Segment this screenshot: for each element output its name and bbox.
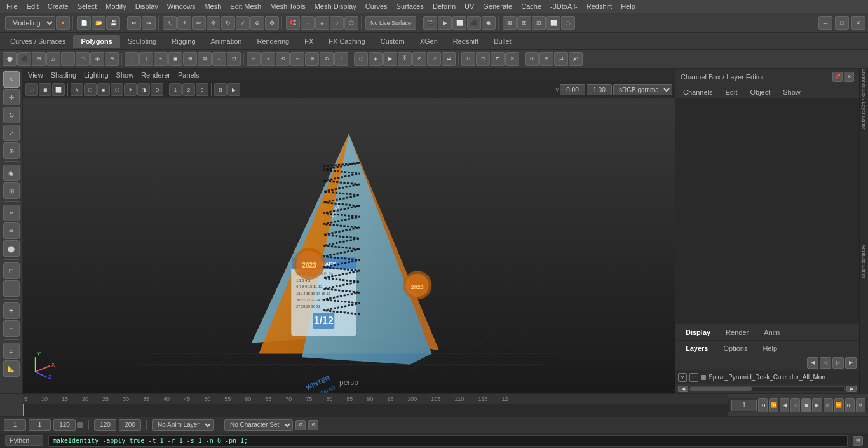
- maximize-btn[interactable]: □: [835, 16, 849, 30]
- undo-btn[interactable]: ↩: [127, 16, 141, 30]
- universal-tool-btn[interactable]: ⊕: [3, 142, 20, 159]
- menu-modify[interactable]: Modify: [102, 1, 130, 11]
- vt-film[interactable]: ◼: [39, 83, 51, 96]
- mode-dropdown[interactable]: Modeling: [5, 16, 55, 30]
- tab-custom[interactable]: Custom: [373, 35, 412, 48]
- scale-tool-btn[interactable]: ⤢: [3, 125, 20, 141]
- scrollbar-left-btn[interactable]: ◀: [678, 386, 688, 392]
- cur-frame-input2[interactable]: [29, 419, 51, 431]
- menu-redshift[interactable]: Redshift: [583, 1, 616, 11]
- pt-proxy[interactable]: ⊡: [227, 52, 241, 66]
- menu-cache[interactable]: Cache: [517, 1, 545, 11]
- tab-xgen[interactable]: XGen: [412, 35, 445, 48]
- pt-cone[interactable]: △: [46, 52, 60, 66]
- tab-bullet[interactable]: Bullet: [486, 35, 519, 48]
- rotate-btn[interactable]: ↻: [221, 16, 235, 30]
- move-btn[interactable]: ✛: [207, 16, 220, 30]
- go-start-btn[interactable]: ⏮: [758, 398, 768, 412]
- python-mode-label[interactable]: Python: [5, 435, 43, 446]
- lasso-btn[interactable]: ⌖: [177, 16, 191, 30]
- pt-poke[interactable]: ⁑: [398, 52, 412, 66]
- pt-cut[interactable]: ✂: [247, 52, 261, 66]
- tab-rendering[interactable]: Rendering: [249, 35, 297, 48]
- vt-1[interactable]: 1: [169, 83, 182, 96]
- next-key-btn[interactable]: ⏩: [834, 398, 844, 412]
- pt-fill[interactable]: ◼: [168, 52, 182, 66]
- snap-cv-btn[interactable]: ○: [330, 16, 344, 30]
- vt-shadow[interactable]: ◑: [137, 83, 150, 96]
- menu-surfaces[interactable]: Surfaces: [393, 1, 428, 11]
- menu-mesh-tools[interactable]: Mesh Tools: [266, 1, 309, 11]
- tab-animation[interactable]: Animation: [203, 35, 250, 48]
- pt-slide[interactable]: ↔: [290, 52, 304, 66]
- pt-merge[interactable]: ⊔: [461, 52, 475, 66]
- pt-disk[interactable]: ◉: [90, 52, 104, 66]
- play-fwd-btn[interactable]: ▶: [812, 398, 822, 412]
- layer-v-toggle[interactable]: V: [678, 373, 687, 382]
- snap-pt-lt-btn[interactable]: ·: [3, 280, 20, 297]
- pt-crease[interactable]: ⌇: [334, 52, 348, 66]
- start-frame-input[interactable]: [4, 419, 26, 431]
- anim-end-input[interactable]: [53, 419, 76, 431]
- ch-tab-channels[interactable]: Channels: [678, 87, 717, 97]
- minimize-btn[interactable]: ─: [818, 16, 832, 30]
- ch-tab-edit[interactable]: Edit: [720, 87, 742, 97]
- pt-bevel[interactable]: ⬡: [354, 52, 368, 66]
- pt-sphere[interactable]: ⬤: [3, 52, 17, 66]
- pt-paint[interactable]: 🖌: [569, 52, 583, 66]
- scrollbar-right-btn[interactable]: ▶: [846, 386, 857, 392]
- display-tab-display[interactable]: Display: [681, 327, 715, 337]
- timeline-ruler[interactable]: 5 10 15 20 25 30 35 40 45 50 55 60 65 70…: [23, 394, 728, 416]
- misc5-btn[interactable]: ◌: [561, 16, 575, 30]
- pt-delete-edge[interactable]: ✕: [505, 52, 519, 66]
- new-file-btn[interactable]: 📄: [77, 16, 91, 30]
- open-file-btn[interactable]: 📂: [92, 16, 105, 30]
- pt-wedge[interactable]: ▶: [383, 52, 397, 66]
- vt-textured[interactable]: ⬡: [111, 83, 123, 96]
- prev-key-btn[interactable]: ⏪: [769, 398, 778, 412]
- display-tab-anim[interactable]: Anim: [759, 327, 785, 337]
- sculpt-btn[interactable]: ⬤: [3, 240, 20, 257]
- pt-uv-editor[interactable]: ⊟: [539, 52, 553, 66]
- exposure-input[interactable]: [587, 84, 612, 95]
- menu-uv[interactable]: UV: [461, 1, 478, 11]
- ch-tab-object[interactable]: Object: [745, 87, 775, 97]
- anim-layer-dropdown[interactable]: No Anim Layer: [152, 419, 214, 431]
- snap-gr-btn[interactable]: #: [315, 16, 329, 30]
- vt-xray[interactable]: ⊙: [151, 83, 163, 96]
- pt-torus[interactable]: ○: [61, 52, 75, 66]
- tab-fx[interactable]: FX: [297, 35, 321, 48]
- vt-shaded[interactable]: ■: [97, 83, 110, 96]
- menu-file[interactable]: File: [3, 1, 22, 11]
- vp-menu-view[interactable]: View: [28, 71, 43, 79]
- menu-deform[interactable]: Deform: [429, 1, 459, 11]
- pt-uv-map[interactable]: U: [525, 52, 539, 66]
- pt-flip[interactable]: ⇄: [442, 52, 456, 66]
- display-tab-render[interactable]: Render: [721, 327, 754, 337]
- tab-curves-surfaces[interactable]: Curves / Surfaces: [3, 35, 73, 48]
- ch-tab-show[interactable]: Show: [778, 87, 806, 97]
- save-file-btn[interactable]: 💾: [106, 16, 120, 30]
- stop-btn[interactable]: ■: [801, 398, 811, 412]
- pt-offset[interactable]: ⟲: [276, 52, 290, 66]
- menu-edit-mesh[interactable]: Edit Mesh: [226, 1, 265, 11]
- misc3-btn[interactable]: ⊡: [532, 16, 546, 30]
- vt-res[interactable]: ⬜: [52, 83, 65, 96]
- prev-frame-btn[interactable]: ◀: [780, 398, 789, 412]
- paint-btn[interactable]: ✏: [192, 16, 206, 30]
- scrollbar-track[interactable]: [689, 386, 845, 391]
- pt-smooth[interactable]: ≈: [212, 52, 226, 66]
- misc1-btn[interactable]: ⊞: [503, 16, 517, 30]
- tab-fx-caching[interactable]: FX Caching: [321, 35, 372, 48]
- vp-menu-renderer[interactable]: Renderer: [141, 71, 170, 79]
- render-btn[interactable]: 🎬: [423, 16, 437, 30]
- snap-mag-btn[interactable]: 🧲: [286, 16, 300, 30]
- layer-scroll-left[interactable]: ◀: [807, 357, 818, 369]
- transform-tool-btn[interactable]: ✛: [3, 89, 20, 105]
- char-set-dropdown[interactable]: No Character Set: [224, 419, 293, 431]
- menu-windows[interactable]: Windows: [163, 1, 200, 11]
- layer-row-item[interactable]: V P Spiral_Pyramid_Desk_Calendar_All_Mon: [675, 370, 859, 384]
- menu-display[interactable]: Display: [132, 1, 162, 11]
- snap-live-btn[interactable]: ⬡: [344, 16, 358, 30]
- plus-btn[interactable]: +: [3, 302, 20, 319]
